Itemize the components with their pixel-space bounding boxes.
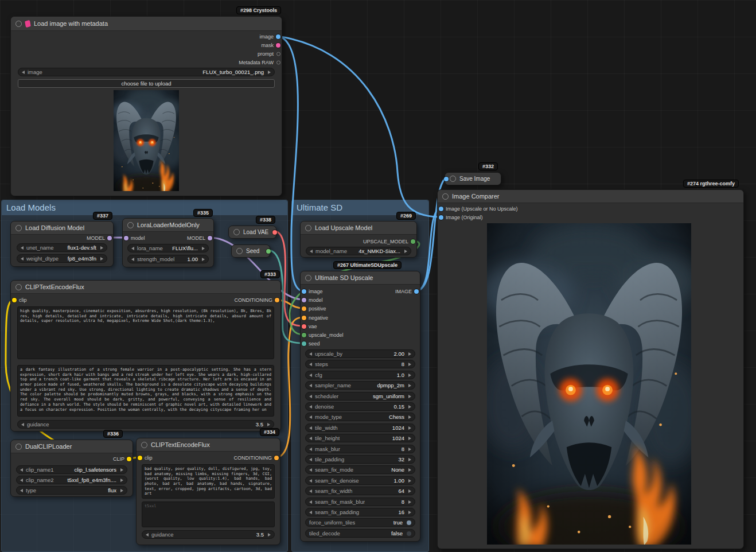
collapse-icon[interactable] xyxy=(450,176,456,182)
input-port-upscale-model[interactable] xyxy=(302,333,306,337)
node-save-image[interactable]: Save Image xyxy=(445,172,501,185)
widget-sampler-name[interactable]: sampler_namedpmpp_2m xyxy=(305,381,415,390)
node-dual-clip-loader[interactable]: DualCLIPLoader CLIP clip_name1 clip_l.sa… xyxy=(10,440,133,497)
node-load-vae[interactable]: Load VAE xyxy=(228,226,276,239)
node-title-bar[interactable]: CLIPTextEncodeFlux xyxy=(137,438,280,452)
decrement-arrow-icon[interactable] xyxy=(309,489,312,493)
widget-tile-width[interactable]: tile_width1024 xyxy=(305,423,415,432)
input-port-model[interactable] xyxy=(124,236,128,240)
collapse-icon[interactable] xyxy=(15,21,22,27)
increment-arrow-icon[interactable] xyxy=(408,437,411,440)
combo-left-arrow-icon[interactable] xyxy=(309,395,312,398)
node-title-bar[interactable]: CLIPTextEncodeFlux xyxy=(11,281,280,294)
output-port-image[interactable] xyxy=(414,289,419,294)
increment-arrow-icon[interactable] xyxy=(408,479,411,483)
widget-lora-name[interactable]: lora_name FLUX\flu... xyxy=(127,244,209,252)
widget-guidance[interactable]: guidance 3.5 xyxy=(17,420,274,429)
widget-mask-blur[interactable]: mask_blur8 xyxy=(305,445,415,453)
decrement-arrow-icon[interactable] xyxy=(146,533,149,537)
collapse-icon[interactable] xyxy=(15,284,22,290)
combo-left-arrow-icon[interactable] xyxy=(21,246,24,250)
combo-right-arrow-icon[interactable] xyxy=(408,395,411,398)
widget-seam-fix-mode[interactable]: seam_fix_modeNone xyxy=(305,465,415,474)
node-seed[interactable]: Seed xyxy=(231,244,270,258)
collapse-icon[interactable] xyxy=(442,193,449,200)
combo-right-arrow-icon[interactable] xyxy=(120,489,123,492)
t5xxl-textarea[interactable]: t5xxl xyxy=(142,502,275,527)
output-port-clip[interactable] xyxy=(127,457,131,461)
node-clip-text-encode-flux-positive[interactable]: CLIPTextEncodeFlux clip CONDITIONING hig… xyxy=(10,280,281,432)
output-port-model[interactable] xyxy=(208,236,212,240)
collapse-icon[interactable] xyxy=(141,442,147,448)
node-ultimate-sd-upscale[interactable]: Ultimate SD Upscale image IMAGE model po… xyxy=(300,271,420,542)
decrement-arrow-icon[interactable] xyxy=(131,258,134,261)
decrement-arrow-icon[interactable] xyxy=(309,479,312,483)
collapse-icon[interactable] xyxy=(127,222,134,228)
combo-right-arrow-icon[interactable] xyxy=(268,71,271,74)
decrement-arrow-icon[interactable] xyxy=(21,423,24,426)
decrement-arrow-icon[interactable] xyxy=(309,511,312,514)
widget-guidance[interactable]: guidance 3.5 xyxy=(142,530,275,539)
input-port-vae[interactable] xyxy=(302,324,306,329)
node-title-bar[interactable]: Image Comparer xyxy=(438,190,743,203)
node-lora-loader-model-only[interactable]: LoraLoaderModelOnly model MODEL lora_nam… xyxy=(122,218,214,267)
collapse-icon[interactable] xyxy=(233,229,240,235)
node-title-bar[interactable]: DualCLIPLoader xyxy=(11,440,133,453)
combo-left-arrow-icon[interactable] xyxy=(309,415,312,419)
clip-l-textarea[interactable]: high quality, masterpiece, cinematic exp… xyxy=(17,306,274,359)
decrement-arrow-icon[interactable] xyxy=(309,405,312,409)
output-port-mask[interactable] xyxy=(276,43,280,48)
widget-tile-height[interactable]: tile_height1024 xyxy=(305,434,415,442)
decrement-arrow-icon[interactable] xyxy=(309,363,312,366)
widget-seam-fix-mask-blur[interactable]: seam_fix_mask_blur8 xyxy=(305,497,415,506)
node-title-bar[interactable]: Ultimate SD Upscale xyxy=(301,271,420,285)
widget-clip-name2[interactable]: clip_name2 t5xxl_fp8_e4m3fn.... xyxy=(16,476,127,484)
increment-arrow-icon[interactable] xyxy=(408,405,411,409)
increment-arrow-icon[interactable] xyxy=(408,352,411,356)
input-port-image[interactable] xyxy=(302,289,306,294)
combo-right-arrow-icon[interactable] xyxy=(202,247,205,250)
node-title-bar[interactable]: Load Diffusion Model xyxy=(11,221,113,235)
input-port-image-original[interactable] xyxy=(439,215,443,220)
widget-model-name[interactable]: model_name 4x_NMKD-Siax... xyxy=(306,247,411,255)
node-title-bar[interactable]: LoraLoaderModelOnly xyxy=(123,219,213,232)
combo-right-arrow-icon[interactable] xyxy=(408,384,411,387)
node-title-bar[interactable]: Load image with metadata xyxy=(11,17,282,31)
collapse-icon[interactable] xyxy=(236,248,243,254)
increment-arrow-icon[interactable] xyxy=(408,448,411,451)
combo-left-arrow-icon[interactable] xyxy=(22,71,25,74)
input-port-model[interactable] xyxy=(302,298,306,302)
combo-left-arrow-icon[interactable] xyxy=(131,247,134,250)
widget-seam-fix-width[interactable]: seam_fix_width64 xyxy=(305,487,415,495)
increment-arrow-icon[interactable] xyxy=(408,500,411,504)
widget-mode-type[interactable]: mode_typeChess xyxy=(305,413,415,421)
input-port-clip[interactable] xyxy=(138,456,142,460)
toggle-knob-icon[interactable] xyxy=(407,520,411,525)
output-port-prompt[interactable] xyxy=(276,52,280,56)
node-title-bar[interactable]: Load VAE xyxy=(229,226,276,238)
choose-file-button[interactable]: choose file to upload xyxy=(18,79,275,88)
combo-left-arrow-icon[interactable] xyxy=(310,250,313,253)
node-load-diffusion-model[interactable]: Load Diffusion Model MODEL unet_name flu… xyxy=(10,221,114,267)
output-port-conditioning[interactable] xyxy=(275,298,279,302)
output-port-upscale-model[interactable] xyxy=(411,239,415,244)
output-port-model[interactable] xyxy=(107,236,112,240)
combo-right-arrow-icon[interactable] xyxy=(100,246,103,250)
widget-cfg[interactable]: cfg1.0 xyxy=(305,371,415,379)
widget-tiled-decode[interactable]: tiled_decodefalse xyxy=(305,529,415,538)
widget-tile-padding[interactable]: tile_padding32 xyxy=(305,455,415,464)
widget-image-file[interactable]: image FLUX_turbo_00021_.png xyxy=(18,68,275,76)
increment-arrow-icon[interactable] xyxy=(202,258,205,261)
group-title[interactable]: Load Models xyxy=(2,200,287,215)
increment-arrow-icon[interactable] xyxy=(408,426,411,430)
widget-type[interactable]: type flux xyxy=(16,486,127,495)
widget-clip-name1[interactable]: clip_name1 clip_l.safetensors xyxy=(16,465,127,474)
input-port-seed[interactable] xyxy=(302,341,306,346)
node-title-bar[interactable]: Save Image xyxy=(445,173,501,185)
widget-steps[interactable]: steps8 xyxy=(305,360,415,368)
node-title-bar[interactable]: Load Upscale Model xyxy=(301,221,416,235)
input-port-images[interactable] xyxy=(444,177,449,181)
combo-left-arrow-icon[interactable] xyxy=(309,384,312,387)
combo-right-arrow-icon[interactable] xyxy=(120,479,123,482)
combo-left-arrow-icon[interactable] xyxy=(309,468,312,472)
